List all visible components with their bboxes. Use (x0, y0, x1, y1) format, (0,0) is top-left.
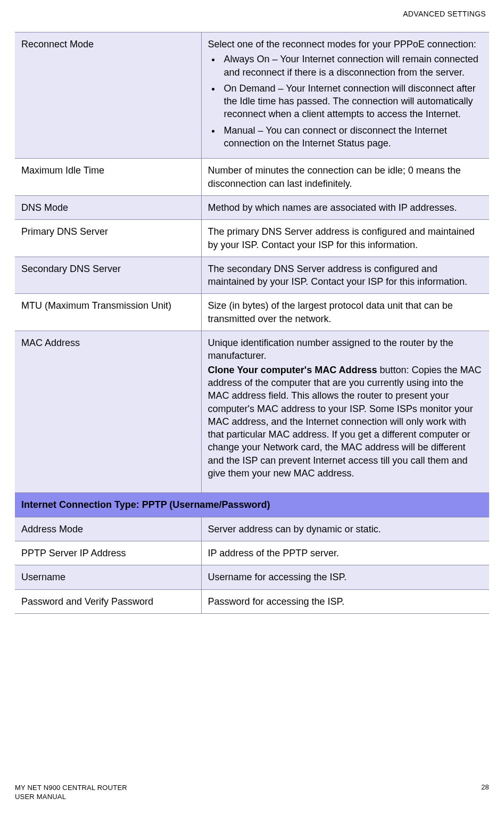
table-row: DNS Mode Method by which names are assoc… (15, 195, 489, 219)
row-description: Number of minutes the connection can be … (201, 159, 489, 196)
table-row: MAC Address Unique identification number… (15, 331, 489, 493)
spacer (208, 480, 483, 487)
row-description: The primary DNS Server address is config… (201, 220, 489, 257)
row-label: Password and Verify Password (15, 589, 201, 613)
mac-address-clone-info: Clone Your computer's MAC Address button… (208, 364, 483, 480)
footer-line2: USER MANUAL (15, 792, 127, 802)
table-row: Address Mode Server address can by dynam… (15, 517, 489, 541)
table-row: MTU (Maximum Transmission Unit) Size (in… (15, 294, 489, 331)
row-label: Primary DNS Server (15, 220, 201, 257)
section-header-text: Internet Connection Type: PPTP (Username… (15, 493, 489, 517)
footer-title: MY NET N900 CENTRAL ROUTER USER MANUAL (15, 783, 127, 802)
reconnect-intro: Select one of the reconnect modes for yo… (208, 38, 483, 51)
row-label: Maximum Idle Time (15, 159, 201, 196)
table-row: Secondary DNS Server The secondary DNS S… (15, 257, 489, 294)
row-description: Username for accessing the ISP. (201, 565, 489, 589)
row-label: MTU (Maximum Transmission Unit) (15, 294, 201, 331)
row-description: Server address can by dynamic or static. (201, 517, 489, 541)
row-description: Method by which names are associated wit… (201, 195, 489, 219)
row-label: Secondary DNS Server (15, 257, 201, 294)
page-number: 28 (481, 783, 489, 791)
table-row: Maximum Idle Time Number of minutes the … (15, 159, 489, 196)
reconnect-mode-list: Always On – Your Internet connection wil… (208, 53, 483, 153)
row-description: Unique identification number assigned to… (201, 331, 489, 493)
row-label: Reconnect Mode (15, 32, 201, 159)
row-description: Password for accessing the ISP. (201, 589, 489, 613)
clone-mac-bold: Clone Your computer's MAC Address (208, 365, 377, 375)
table-section-header: Internet Connection Type: PPTP (Username… (15, 493, 489, 517)
table-row: Password and Verify Password Password fo… (15, 589, 489, 613)
row-description: Size (in bytes) of the largest protocol … (201, 294, 489, 331)
table-row: Reconnect Mode Select one of the reconne… (15, 32, 489, 159)
row-label: Username (15, 565, 201, 589)
mac-address-intro: Unique identification number assigned to… (208, 336, 483, 363)
row-description: The secondary DNS Server address is conf… (201, 257, 489, 294)
list-item: Manual – You can connect or disconnect t… (221, 124, 483, 153)
row-description: Select one of the reconnect modes for yo… (201, 32, 489, 159)
row-label: MAC Address (15, 331, 201, 493)
row-label: DNS Mode (15, 195, 201, 219)
footer-line1: MY NET N900 CENTRAL ROUTER (15, 783, 127, 793)
clone-mac-rest: button: Copies the MAC address of the co… (208, 365, 482, 479)
list-item: Always On – Your Internet connection wil… (221, 53, 483, 82)
settings-table: Reconnect Mode Select one of the reconne… (15, 32, 489, 614)
table-row: Primary DNS Server The primary DNS Serve… (15, 220, 489, 257)
table-row: PPTP Server IP Address IP address of the… (15, 541, 489, 565)
table-row: Username Username for accessing the ISP. (15, 565, 489, 589)
row-label: PPTP Server IP Address (15, 541, 201, 565)
page-content: ADVANCED SETTINGS Reconnect Mode Select … (0, 0, 504, 614)
row-label: Address Mode (15, 517, 201, 541)
list-item: On Demand – Your Internet connection wil… (221, 82, 483, 124)
section-header: ADVANCED SETTINGS (15, 10, 489, 18)
row-description: IP address of the PPTP server. (201, 541, 489, 565)
page-footer: MY NET N900 CENTRAL ROUTER USER MANUAL 2… (15, 783, 489, 802)
